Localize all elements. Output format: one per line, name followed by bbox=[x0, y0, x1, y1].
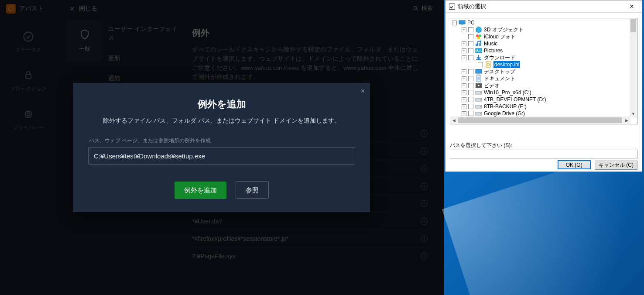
ini-icon bbox=[485, 61, 492, 68]
tree-checkbox[interactable] bbox=[468, 48, 473, 53]
tree-checkbox[interactable] bbox=[468, 97, 473, 102]
expand-icon[interactable]: + bbox=[462, 111, 466, 116]
tree-node[interactable]: +8TB-BACKUP (E:) bbox=[452, 103, 637, 110]
tree-checkbox[interactable] bbox=[468, 41, 473, 46]
tree-node[interactable]: −PC bbox=[452, 19, 637, 26]
svg-rect-15 bbox=[476, 59, 481, 60]
dialog-titlebar[interactable]: 領域の選択 × bbox=[445, 0, 642, 13]
music-icon bbox=[475, 40, 482, 47]
collapse-icon[interactable]: − bbox=[462, 55, 466, 60]
exception-path-input[interactable] bbox=[88, 147, 355, 165]
tree-checkbox[interactable] bbox=[468, 90, 473, 95]
expand-icon[interactable]: + bbox=[462, 27, 466, 32]
svg-rect-8 bbox=[461, 24, 463, 25]
expand-icon[interactable]: + bbox=[462, 83, 466, 88]
expand-icon[interactable]: + bbox=[462, 97, 466, 102]
tree-node[interactable]: −ダウンロード bbox=[452, 54, 637, 61]
expand-icon[interactable]: + bbox=[462, 41, 466, 46]
tree-checkbox[interactable] bbox=[468, 55, 473, 60]
drive-icon bbox=[475, 96, 482, 103]
modal-subtitle: 除外するファイル パス、フォルダ パス、またはウェブサイト ドメインを追加します… bbox=[73, 117, 370, 125]
tree-node[interactable]: iCloud フォト bbox=[452, 33, 637, 40]
tree-node[interactable]: +ビデオ bbox=[452, 82, 637, 89]
tree-checkbox[interactable] bbox=[478, 62, 483, 67]
pc-icon bbox=[459, 19, 466, 26]
ok-button[interactable]: OK (O) bbox=[558, 160, 591, 169]
svg-point-33 bbox=[480, 113, 481, 114]
tree-node[interactable]: +3D オブジェクト bbox=[452, 26, 637, 33]
drive-icon bbox=[475, 110, 482, 117]
svg-point-29 bbox=[480, 99, 481, 100]
tree-spacer bbox=[462, 34, 466, 39]
drive-icon bbox=[475, 89, 482, 96]
tree-label[interactable]: Music bbox=[484, 40, 497, 47]
tree-checkbox[interactable] bbox=[468, 76, 473, 81]
tree-checkbox[interactable] bbox=[468, 111, 473, 116]
tree-node[interactable]: +Music bbox=[452, 40, 637, 47]
scroll-left-icon[interactable]: ◀ bbox=[450, 117, 458, 124]
tree-vscrollbar[interactable]: ▲ ▼ bbox=[630, 18, 637, 117]
tree-label[interactable]: iCloud フォト bbox=[484, 33, 516, 40]
video-icon bbox=[475, 82, 482, 89]
folder-picker-dialog: 領域の選択 × −PC+3D オブジェクトiCloud フォト+Music+Pi… bbox=[445, 0, 642, 172]
tree-label[interactable]: 8TB-BACKUP (E:) bbox=[484, 103, 527, 110]
tree-label[interactable]: 4TB_DEVELOPMNET (D:) bbox=[484, 96, 546, 103]
tree-checkbox[interactable] bbox=[468, 27, 473, 32]
tree-label[interactable]: Google Drive (G:) bbox=[484, 110, 525, 117]
tree-label[interactable]: desktop.ini bbox=[493, 61, 520, 68]
scroll-right-icon[interactable]: ▶ bbox=[623, 117, 630, 124]
tree-node[interactable]: +デスクトップ bbox=[452, 68, 637, 75]
tree-checkbox[interactable] bbox=[468, 104, 473, 109]
tree-label[interactable]: ビデオ bbox=[484, 82, 500, 89]
svg-rect-7 bbox=[459, 21, 465, 24]
dialog-icon bbox=[449, 3, 455, 10]
svg-point-10 bbox=[476, 34, 479, 37]
tree-node[interactable]: +Google Drive (G:) bbox=[452, 110, 637, 117]
dialog-title: 領域の選択 bbox=[458, 3, 486, 10]
tree-node[interactable]: +4TB_DEVELOPMNET (D:) bbox=[452, 96, 637, 103]
hscroll-thumb[interactable] bbox=[458, 117, 622, 123]
tree-label[interactable]: 3D オブジェクト bbox=[484, 26, 524, 33]
scroll-down-icon[interactable]: ▼ bbox=[630, 110, 637, 117]
tree-node[interactable]: +ドキュメント bbox=[452, 75, 637, 82]
modal-close-icon[interactable]: × bbox=[361, 87, 365, 95]
expand-icon[interactable]: + bbox=[462, 104, 466, 109]
tree-label[interactable]: ダウンロード bbox=[484, 54, 515, 61]
tree-checkbox[interactable] bbox=[468, 69, 473, 74]
cancel-button[interactable]: キャンセル (C) bbox=[595, 161, 637, 170]
svg-point-12 bbox=[477, 37, 480, 39]
svg-rect-19 bbox=[477, 74, 480, 75]
dialog-close-icon[interactable]: × bbox=[624, 3, 639, 10]
vscroll-thumb[interactable] bbox=[630, 19, 636, 32]
tree-label[interactable]: Pictures bbox=[484, 47, 503, 54]
svg-marker-9 bbox=[476, 27, 481, 33]
expand-icon[interactable]: + bbox=[462, 48, 466, 53]
tree-node[interactable]: desktop.ini bbox=[452, 61, 637, 68]
tree-checkbox[interactable] bbox=[468, 83, 473, 88]
tree-label[interactable]: Win10_Pro_x64 (C:) bbox=[484, 89, 531, 96]
add-exception-modal: × 例外を追加 除外するファイル パス、フォルダ パス、またはウェブサイト ドメ… bbox=[73, 83, 370, 212]
expand-icon[interactable]: + bbox=[462, 69, 466, 74]
3d-icon bbox=[475, 26, 482, 33]
tree-spacer bbox=[471, 62, 476, 67]
browse-button[interactable]: 参照 bbox=[236, 181, 269, 199]
folder-tree[interactable]: −PC+3D オブジェクトiCloud フォト+Music+Pictures−ダ… bbox=[450, 18, 637, 124]
add-exception-button[interactable]: 例外を追加 bbox=[175, 182, 226, 199]
path-label: パスを選択して下さい (S): bbox=[450, 142, 512, 149]
collapse-icon[interactable]: − bbox=[452, 21, 457, 25]
path-input[interactable] bbox=[450, 150, 637, 158]
tree-label[interactable]: デスクトップ bbox=[484, 68, 515, 75]
svg-point-11 bbox=[479, 34, 481, 37]
expand-icon[interactable]: + bbox=[462, 76, 466, 81]
tree-node[interactable]: +Win10_Pro_x64 (C:) bbox=[452, 89, 637, 96]
tree-hscrollbar[interactable]: ◀ ▶ bbox=[450, 117, 630, 124]
expand-icon[interactable]: + bbox=[462, 90, 466, 95]
tree-label[interactable]: PC bbox=[467, 19, 475, 26]
tree-checkbox[interactable] bbox=[468, 34, 473, 39]
tree-node[interactable]: +Pictures bbox=[452, 47, 637, 54]
tree-label[interactable]: ドキュメント bbox=[484, 75, 515, 82]
svg-rect-18 bbox=[476, 69, 482, 73]
modal-title: 例外を追加 bbox=[73, 98, 370, 111]
drive-icon bbox=[475, 103, 482, 110]
desktop-icon bbox=[475, 68, 482, 75]
